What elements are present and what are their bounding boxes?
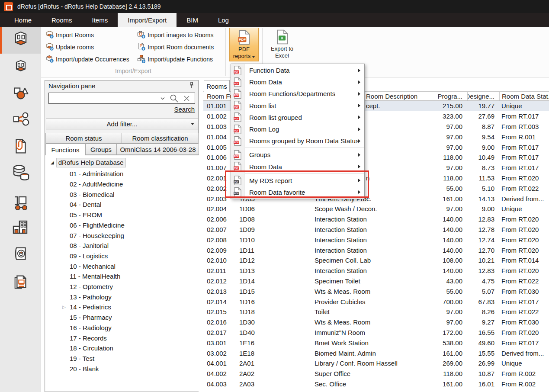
menu-item-room-log[interactable]: PDFRoom Log xyxy=(231,123,364,135)
table-row[interactable]: 02.0151D18Toilet97.008.26From RT.022 xyxy=(203,307,549,317)
cell-room-no: 1D40 xyxy=(236,328,309,338)
import-room-documents-button[interactable]: Import Room documents xyxy=(137,42,214,52)
table-row[interactable]: 03.0011E16Bmet Work Station538.0049.60Fr… xyxy=(203,337,549,348)
menu-item-label: Groups xyxy=(249,151,270,158)
cell-room-func-no: 02.012 xyxy=(203,276,236,286)
menu-item-groups[interactable]: PDFGroups xyxy=(231,149,364,161)
tree-item-19-test[interactable]: 19 - Test xyxy=(70,353,94,364)
sidebar-item-logistics[interactable] xyxy=(0,191,41,218)
search-link[interactable]: Search xyxy=(174,106,195,113)
pin-icon[interactable] xyxy=(189,82,195,90)
column-header-room-description[interactable]: Room Description xyxy=(364,92,435,100)
tree-collapsed-icon[interactable]: ▷ xyxy=(62,305,66,309)
table-row[interactable]: 02.0111D13Interaction Station140.0012.83… xyxy=(203,266,549,276)
tree-item-13-pathology[interactable]: 13 - Pathology xyxy=(70,292,112,302)
update-rooms-button[interactable]: Update rooms xyxy=(45,42,94,52)
tree-item-label: 13 - Pathology xyxy=(70,293,112,301)
table-row[interactable]: 02.0141D16Provider Cubicles700.0067.83Fr… xyxy=(203,296,549,307)
tab-functions[interactable]: Functions xyxy=(45,144,85,155)
tree-item-01-administration[interactable]: 01 - Administration xyxy=(70,169,123,179)
sidebar-item-occurrences[interactable] xyxy=(0,107,41,134)
export-to-excel-button[interactable]: X Export to Excel xyxy=(266,28,299,61)
menu-tab-bim[interactable]: BIM xyxy=(177,13,208,27)
room-classification-button[interactable]: Room classification xyxy=(122,133,199,144)
table-row[interactable]: 02.0131D15Wts & Meas. Room55.005.07From … xyxy=(203,286,549,296)
tree-item-17-records[interactable]: 17 - Records xyxy=(70,333,107,343)
table-row[interactable]: 02.0071D09Interaction Station140.0012.78… xyxy=(203,225,549,235)
column-header-room-data-status[interactable]: Room Data Stat... xyxy=(499,92,549,100)
tree-item-09-logistics[interactable]: 09 - Logistics xyxy=(70,251,108,261)
cell-designed-area: 8.87 xyxy=(467,122,499,132)
sidebar-item-items[interactable] xyxy=(0,80,41,107)
table-row[interactable]: 02.0061D08Interaction Station140.0012.83… xyxy=(203,214,549,225)
search-input[interactable] xyxy=(49,93,160,103)
menu-item-room-list-grouped[interactable]: PDFRoom list grouped xyxy=(231,112,364,123)
tab-omniclass-14-2006-03-28[interactable]: OmniClass 14 2006-03-28 xyxy=(117,144,199,155)
menu-tab-log[interactable]: Log xyxy=(208,13,239,27)
tree-item-06-flightmedicine[interactable]: 06 - FlightMedicine xyxy=(70,220,125,231)
pdf-reports-button[interactable]: PDF PDF reports xyxy=(229,28,259,61)
tree-item-03-biomedical[interactable]: 03 - Biomedical xyxy=(70,189,114,199)
table-row[interactable]: 02.0041D06Scope Wash / Decon.97.009.00Un… xyxy=(203,204,549,214)
menu-item-room-functions-departments[interactable]: PDFRoom Functions/Departments xyxy=(231,88,364,100)
import-update-functions-button[interactable]: Import/update Functions xyxy=(137,55,213,64)
sidebar-item-catalog[interactable] xyxy=(0,242,41,269)
tree-item-12-optometry[interactable]: 12 - Optometry xyxy=(70,282,113,292)
menu-tab-home[interactable]: Home xyxy=(4,13,42,27)
search-box[interactable] xyxy=(48,93,195,104)
tree-item-10-mechanical[interactable]: 10 - Mechanical xyxy=(70,261,116,271)
add-filter-dropdown[interactable]: Add filter... xyxy=(46,119,198,129)
table-row[interactable]: 04.0042A04DENTAL SUP-EROM OFFICE161.0016… xyxy=(203,389,549,392)
room-status-button[interactable]: Room status xyxy=(45,133,122,144)
menu-item-rooms-grouped-by-room-data-status[interactable]: PDFRooms grouped by Room Data Status xyxy=(231,135,364,147)
sidebar-item-rooms-alt[interactable] xyxy=(0,54,41,81)
table-row[interactable]: 02.0101D12Specimen Coll. Lab108.0010.21F… xyxy=(203,255,549,266)
tree-expanded-icon[interactable]: ◢ xyxy=(51,160,54,165)
menu-tab-items[interactable]: Items xyxy=(82,13,118,27)
search-icon[interactable] xyxy=(170,94,179,103)
import-images-icon xyxy=(137,30,145,40)
import-update-occurrences-button[interactable]: Import/update Occurrences xyxy=(45,55,129,64)
tree-item-05-erom[interactable]: 05 - EROM xyxy=(70,210,102,220)
search-dropdown-caret-icon[interactable] xyxy=(160,96,165,100)
menu-tab-rooms[interactable]: Rooms xyxy=(42,13,82,27)
menu-tab-import-export[interactable]: Import/Export xyxy=(118,13,177,27)
sidebar-item-buildings[interactable] xyxy=(0,215,41,242)
submenu-arrow-icon xyxy=(358,128,360,131)
tree-item-04-dental[interactable]: 04 - Dental xyxy=(70,199,101,210)
tree-item-18-circulation[interactable]: 18 - Circulation xyxy=(70,343,113,353)
import-rooms-button[interactable]: Import Rooms xyxy=(45,30,94,40)
table-row[interactable]: 02.0081D10Interaction Station140.0012.74… xyxy=(203,235,549,245)
menu-item-room-data[interactable]: PDFRoom Data xyxy=(231,76,364,88)
sidebar-item-rooms[interactable] xyxy=(0,27,41,54)
column-header-designed-area[interactable]: Designe... xyxy=(467,92,499,100)
tab-groups[interactable]: Groups xyxy=(85,144,117,155)
tree-item-14-pediatrics[interactable]: ▷14 - Pediatrics xyxy=(70,302,111,312)
tree-item-20-blank[interactable]: 20 - Blank xyxy=(70,363,99,374)
clear-search-icon[interactable] xyxy=(183,95,190,102)
tree-item-02-adultmedicine[interactable]: 02 - AdultMedicine xyxy=(70,179,123,190)
table-row[interactable]: 04.0012A01Library / Conf. Room Hassell26… xyxy=(203,358,549,369)
table-row[interactable]: 02.0171D40Immuniz"N Room172.0016.55From … xyxy=(203,328,549,338)
table-row[interactable]: 04.0032A03Sec. Office161.0016.01From R.0… xyxy=(203,379,549,389)
tree-item-08-janitorial[interactable]: 08 - Janitorial xyxy=(70,241,109,251)
table-row[interactable]: 02.0091D11Interaction Station140.0012.70… xyxy=(203,245,549,255)
import-images-to-rooms-button[interactable]: Import images to Rooms xyxy=(137,30,214,40)
sidebar-item-database[interactable] xyxy=(0,161,41,187)
table-row[interactable]: 02.0121D14Specimen Toilet43.004.75From R… xyxy=(203,276,549,286)
sidebar-item-reports[interactable] xyxy=(0,270,41,297)
table-row[interactable]: 03.0021E18Biomed Maint. Admin161.0015.55… xyxy=(203,348,549,358)
tree-root-drofus-help-database[interactable]: dRofus Help Database xyxy=(56,158,126,167)
menu-item-function-data[interactable]: PDFFunction Data xyxy=(231,64,364,76)
table-row[interactable]: 04.0022A02Super Office118.0010.87From R.… xyxy=(203,369,549,379)
cell-designed-area: 9.54 xyxy=(467,132,499,142)
menu-item-room-list[interactable]: PDFRoom list xyxy=(231,100,364,112)
tree-item-11-mentalhealth[interactable]: 11 - MentalHealth xyxy=(70,271,120,282)
tree-item-15-pharmacy[interactable]: 15 - Pharmacy xyxy=(70,312,112,323)
column-header-programmed-area[interactable]: Progra... xyxy=(435,92,467,100)
tab-rooms[interactable]: Rooms xyxy=(204,80,230,92)
tree-item-16-radiology[interactable]: 16 - Radiology xyxy=(70,323,112,333)
tree-item-07-housekeeping[interactable]: 07 - Housekeeping xyxy=(70,230,124,241)
table-row[interactable]: 02.0161D30Wts & Meas. Room97.009.27From … xyxy=(203,317,549,328)
sidebar-item-documents[interactable] xyxy=(0,134,41,161)
